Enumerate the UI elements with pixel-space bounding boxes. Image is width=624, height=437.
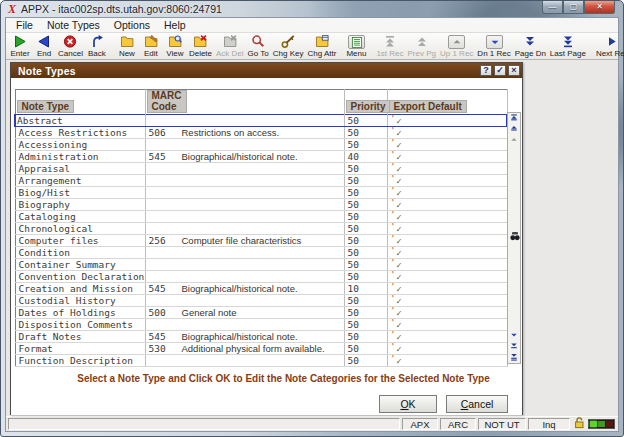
note-type-cell[interactable]: Format (15, 343, 145, 355)
note-type-cell[interactable]: Access Restrictions (15, 127, 145, 139)
export-default-cell[interactable]: '✓ (387, 247, 507, 259)
toolbar-end-button[interactable]: End (32, 34, 56, 59)
minimize-button[interactable]: — (542, 1, 563, 14)
up-one-disabled-icon[interactable] (508, 135, 520, 146)
priority-cell[interactable]: 50 (344, 139, 387, 151)
table-row[interactable]: Format530Additional physical form availa… (15, 343, 507, 355)
priority-cell[interactable]: 50 (344, 307, 387, 319)
table-row[interactable]: Access Restrictions506Restrictions on ac… (15, 127, 507, 139)
last-record-icon[interactable] (508, 352, 520, 363)
toolbar-last-page-button[interactable]: Last Page (548, 34, 588, 59)
maximize-button[interactable]: ▢ (563, 1, 584, 14)
note-type-cell[interactable]: Arrangement (15, 175, 145, 187)
note-type-cell[interactable]: Creation and Mission (15, 283, 145, 295)
priority-cell[interactable]: 50 (344, 331, 387, 343)
table-row[interactable]: Dates of Holdings500General note50'✓ (15, 307, 507, 319)
note-type-cell[interactable]: Disposition Comments (15, 319, 145, 331)
marc-code-cell[interactable]: 545Biographical/historical note. (145, 283, 344, 295)
first-record-icon[interactable] (508, 113, 520, 124)
menu-item-file[interactable]: File (9, 18, 40, 33)
marc-code-cell[interactable] (145, 271, 344, 283)
dialog-close-button[interactable]: × (508, 65, 520, 76)
export-default-cell[interactable]: '✓ (387, 343, 507, 355)
table-row[interactable]: Function Description50'✓ (15, 355, 507, 367)
toolbar-view-button[interactable]: View (163, 34, 187, 59)
marc-code-cell[interactable] (145, 139, 344, 151)
close-button[interactable]: ✕ (584, 1, 615, 14)
note-type-cell[interactable]: Dates of Holdings (15, 307, 145, 319)
table-row[interactable]: Disposition Comments50'✓ (15, 319, 507, 331)
marc-code-cell[interactable]: 545Biographical/historical note. (145, 331, 344, 343)
export-default-cell[interactable]: '✓ (387, 235, 507, 247)
note-type-cell[interactable]: Computer files (15, 235, 145, 247)
marc-code-cell[interactable] (145, 319, 344, 331)
priority-cell[interactable]: 50 (344, 163, 387, 175)
note-type-cell[interactable]: Accessioning (15, 139, 145, 151)
export-default-cell[interactable]: '✓ (387, 115, 507, 127)
marc-code-cell[interactable] (145, 175, 344, 187)
note-type-cell[interactable]: Draft Notes (15, 331, 145, 343)
toolbar-cancel-button[interactable]: Cancel (56, 34, 85, 59)
table-row[interactable]: Draft Notes545Biographical/historical no… (15, 331, 507, 343)
note-type-cell[interactable]: Administration (15, 151, 145, 163)
toolbar-dn-1-rec-button[interactable]: Dn 1 Rec (475, 34, 512, 59)
priority-cell[interactable]: 50 (344, 127, 387, 139)
marc-code-cell[interactable] (145, 259, 344, 271)
export-default-cell[interactable]: '✓ (387, 283, 507, 295)
marc-code-cell[interactable]: 545Biographical/historical note. (145, 151, 344, 163)
note-type-cell[interactable]: Convention Declaration (15, 271, 145, 283)
page-down-icon[interactable] (508, 341, 520, 352)
export-default-cell[interactable]: '✓ (387, 355, 507, 367)
menu-item-note-types[interactable]: Note Types (40, 18, 107, 33)
page-up-icon[interactable] (508, 124, 520, 135)
marc-code-cell[interactable]: 500General note (145, 307, 344, 319)
priority-cell[interactable]: 50 (344, 343, 387, 355)
export-default-cell[interactable]: '✓ (387, 271, 507, 283)
export-default-cell[interactable]: '✓ (387, 319, 507, 331)
marc-code-cell[interactable] (145, 163, 344, 175)
toolbar-back-button[interactable]: Back (85, 34, 109, 59)
toolbar-delete-button[interactable]: Delete (187, 34, 214, 59)
marc-code-cell[interactable]: 256Computer file characteristics (145, 235, 344, 247)
marc-code-cell[interactable] (145, 187, 344, 199)
note-type-cell[interactable]: Condition (15, 247, 145, 259)
export-default-cell[interactable]: '✓ (387, 295, 507, 307)
priority-cell[interactable]: 50 (344, 295, 387, 307)
export-default-cell[interactable]: '✓ (387, 175, 507, 187)
table-row[interactable]: Biography50'✓ (15, 199, 507, 211)
marc-code-cell[interactable] (145, 115, 344, 127)
dialog-accept-button[interactable]: ✓ (494, 65, 506, 76)
priority-cell[interactable]: 50 (344, 211, 387, 223)
export-default-cell[interactable]: '✓ (387, 259, 507, 271)
priority-cell[interactable]: 50 (344, 187, 387, 199)
table-row[interactable]: Chronological50'✓ (15, 223, 507, 235)
table-row[interactable]: Arrangement50'✓ (15, 175, 507, 187)
marc-code-cell[interactable] (145, 211, 344, 223)
toolbar-next-rec-button[interactable]: Next Rec (594, 34, 624, 59)
title-bar[interactable]: X APPX - itac002sp.dts.utah.gov:8060:247… (1, 1, 623, 17)
toolbar-new-button[interactable]: New (115, 34, 139, 59)
export-default-cell[interactable]: '✓ (387, 127, 507, 139)
toolbar-chg-key-button[interactable]: Chg Key (271, 34, 306, 59)
priority-cell[interactable]: 50 (344, 355, 387, 367)
table-row[interactable]: Custodial History50'✓ (15, 295, 507, 307)
priority-cell[interactable]: 50 (344, 199, 387, 211)
marc-code-cell[interactable] (145, 199, 344, 211)
marc-code-cell[interactable] (145, 295, 344, 307)
marc-code-cell[interactable] (145, 355, 344, 367)
find-binoculars-icon[interactable] (509, 231, 521, 242)
table-row[interactable]: Appraisal50'✓ (15, 163, 507, 175)
export-default-cell[interactable]: '✓ (387, 331, 507, 343)
table-row[interactable]: Convention Declaration50'✓ (15, 271, 507, 283)
note-type-cell[interactable]: Container Summary (15, 259, 145, 271)
marc-code-cell[interactable] (145, 223, 344, 235)
table-row[interactable]: Biog/Hist50'✓ (15, 187, 507, 199)
priority-cell[interactable]: 50 (344, 235, 387, 247)
table-row[interactable]: Administration545Biographical/historical… (15, 151, 507, 163)
menu-item-options[interactable]: Options (107, 18, 157, 33)
export-default-cell[interactable]: '✓ (387, 163, 507, 175)
note-type-cell[interactable]: Chronological (15, 223, 145, 235)
export-default-cell[interactable]: '✓ (387, 139, 507, 151)
marc-code-cell[interactable]: 530Additional physical form available. (145, 343, 344, 355)
export-default-cell[interactable]: '✓ (387, 199, 507, 211)
